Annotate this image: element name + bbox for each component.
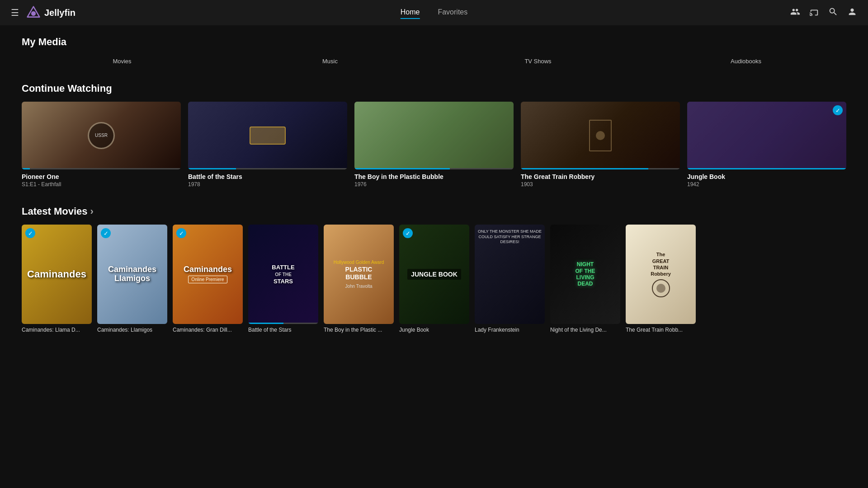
app-name: Jellyfin [44,8,75,18]
header: ☰ Jellyfin Home Favorites [0,0,868,25]
users-icon[interactable] [790,7,800,19]
train-progress-bar [521,168,680,169]
boy-progress-bar [354,168,514,169]
poster-cam3: ✓ Caminandes Online Premiere [173,225,243,324]
movie-card-ladyfrank[interactable]: ONLY THE MONSTER SHE MADE COULD SATISFY … [475,225,545,333]
profile-icon[interactable] [847,7,857,19]
boy-info: The Boy in the Plastic Bubble 1976 [354,173,514,188]
jungle2-title: Jungle Book [399,327,469,333]
train-progress-fill [521,168,648,169]
cam3-title: Caminandes: Gran Dill... [173,327,243,333]
jungle-check: ✓ [833,105,843,115]
search-icon[interactable] [828,7,838,19]
jungle2-check: ✓ [403,228,413,238]
battle-title: Battle of the Stars [248,327,318,333]
movie-card-nld[interactable]: NIGHTOF THELIVINGDEAD Night of the Livin… [550,225,620,333]
watching-card-jungle[interactable]: ✓ Jungle Book 1942 [687,102,846,188]
jungle-sub: 1942 [687,181,846,188]
watching-thumb-battle [188,102,347,169]
cam2-title: Caminandes: Llamigos [97,327,167,333]
poster-cam2: ✓ CaminandesLlamigos [97,225,167,324]
watching-grid: USSR Pioneer One S1:E1 - Earthfall [22,102,846,188]
jungle-progress-fill [687,168,846,169]
pioneer-info: Pioneer One S1:E1 - Earthfall [22,173,181,188]
my-media-section: My Media Movies Movies Music Music [22,36,846,65]
battle-progress-bar [188,168,347,169]
jungle-info: Jungle Book 1942 [687,173,846,188]
cam1-title: Caminandes: Llama D... [22,327,92,333]
battle-name: Battle of the Stars [188,173,347,180]
movies-grid: ✓ Caminandes Caminandes: Llama D... ✓ Ca… [22,225,846,333]
watching-card-pioneer[interactable]: USSR Pioneer One S1:E1 - Earthfall [22,102,181,188]
latest-movies-title[interactable]: Latest Movies › [22,206,846,217]
train-info: The Great Train Robbery 1903 [521,173,680,188]
movie-card-cam2[interactable]: ✓ CaminandesLlamigos Caminandes: Llamigo… [97,225,167,333]
movie-card-battle[interactable]: BATTLEOF THESTARS Battle of the Stars [248,225,318,333]
watching-card-train[interactable]: The Great Train Robbery 1903 [521,102,680,188]
hamburger-icon[interactable]: ☰ [11,7,19,18]
logo[interactable]: Jellyfin [26,5,75,20]
media-card-movies-sub: Movies [113,58,131,65]
media-card-wrapper-tvshows: TV Shows TV Shows [438,55,638,65]
battle-sub: 1978 [188,181,347,188]
svg-point-1 [31,11,36,16]
jungle-name: Jungle Book [687,173,846,180]
jellyfin-logo-icon [26,5,41,20]
movie-card-boy[interactable]: Hollywood Golden Award PLASTICBUBBLE Joh… [324,225,394,333]
nld-title: Night of the Living De... [550,327,620,333]
cast-icon[interactable] [809,7,819,19]
nav-home[interactable]: Home [401,6,420,19]
watching-card-battle[interactable]: Battle of the Stars 1978 [188,102,347,188]
cam1-check: ✓ [25,228,35,238]
battle-progress-fill [188,168,236,169]
pioneer-progress-bar [22,168,181,169]
poster-battle: BATTLEOF THESTARS [248,225,318,324]
main-content: My Media Movies Movies Music Music [0,25,868,488]
media-card-tvshows-sub: TV Shows [524,58,551,65]
watching-card-boy[interactable]: The Boy in the Plastic Bubble 1976 [354,102,514,188]
media-card-audiobooks-sub: Audiobooks [731,58,761,65]
continue-watching-title: Continue Watching [22,83,846,94]
media-card-wrapper-audiobooks: Audiobooks [646,55,846,65]
header-actions [790,7,857,19]
cam3-check: ✓ [176,228,186,238]
boy-name: The Boy in the Plastic Bubble [354,173,514,180]
pioneer-progress-fill [22,168,30,169]
nav-favorites[interactable]: Favorites [438,6,467,19]
movie-card-cam3[interactable]: ✓ Caminandes Online Premiere Caminandes:… [173,225,243,333]
boy-progress-fill [354,168,450,169]
poster-boy: Hollywood Golden Award PLASTICBUBBLE Joh… [324,225,394,324]
media-card-music-sub: Music [322,58,338,65]
watching-thumb-pioneer: USSR [22,102,181,169]
watching-thumb-jungle: ✓ [687,102,846,169]
my-media-title: My Media [22,36,846,48]
jungle-progress-bar [687,168,846,169]
poster-ladyfrank: ONLY THE MONSTER SHE MADE COULD SATISFY … [475,225,545,324]
latest-movies-arrow: › [90,206,94,217]
poster-cam1: ✓ Caminandes [22,225,92,324]
watching-thumb-train [521,102,680,169]
poster-jungle: ✓ JUNGLE BOOK [399,225,469,324]
ladyfrank-title: Lady Frankenstein [475,327,545,333]
watching-thumb-boy [354,102,514,169]
poster-nld: NIGHTOF THELIVINGDEAD [550,225,620,324]
movie-card-cam1[interactable]: ✓ Caminandes Caminandes: Llama D... [22,225,92,333]
boy-title: The Boy in the Plastic ... [324,327,394,333]
media-card-wrapper-music: Music Music [230,55,430,65]
movie-card-jungle[interactable]: ✓ JUNGLE BOOK Jungle Book [399,225,469,333]
latest-movies-section: Latest Movies › ✓ Caminandes Caminandes:… [22,206,846,333]
media-card-wrapper-movies: Movies Movies [22,55,222,65]
pioneer-name: Pioneer One [22,173,181,180]
train-sub: 1903 [521,181,680,188]
pioneer-sub: S1:E1 - Earthfall [22,181,181,188]
cam2-check: ✓ [101,228,111,238]
boy-sub: 1976 [354,181,514,188]
gtr-title: The Great Train Robb... [626,327,696,333]
continue-watching-section: Continue Watching USSR Pioneer One S1:E1… [22,83,846,188]
latest-movies-label: Latest Movies [22,206,88,217]
movie-card-gtr[interactable]: TheGREATTRAINRobbery The Great Train Rob… [626,225,696,333]
poster-gtr: TheGREATTRAINRobbery [626,225,696,324]
train-name: The Great Train Robbery [521,173,680,180]
battle-info: Battle of the Stars 1978 [188,173,347,188]
main-nav: Home Favorites [401,6,467,19]
